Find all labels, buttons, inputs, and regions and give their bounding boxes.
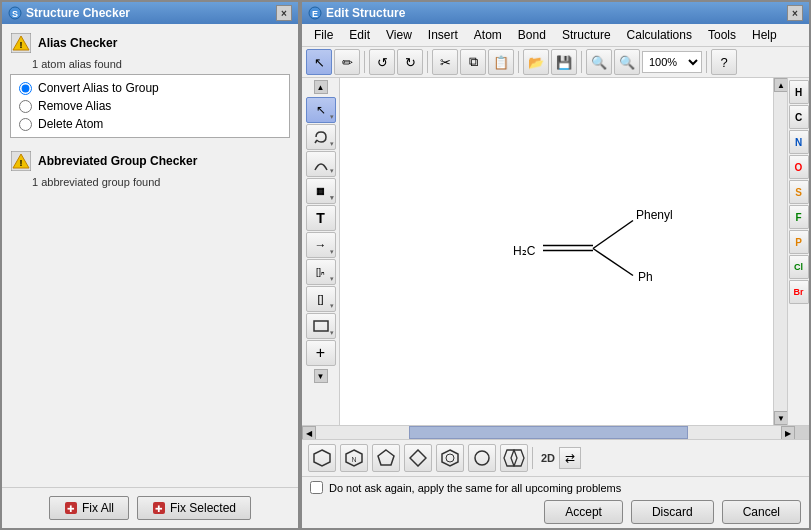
shape-pentagon[interactable] [372, 444, 400, 472]
left-lasso-tool[interactable]: ▾ [306, 124, 336, 150]
menu-calculations[interactable]: Calculations [619, 26, 700, 44]
select-tool-btn[interactable]: ↖ [306, 49, 332, 75]
scroll-right-btn[interactable]: ▶ [781, 426, 795, 440]
convert-alias-label[interactable]: Convert Alias to Group [38, 81, 159, 95]
scroll-h-track[interactable] [316, 426, 781, 439]
left-scroll-up[interactable]: ▲ [314, 80, 328, 94]
abbreviated-checker-count: 1 abbreviated group found [32, 176, 290, 188]
menu-view[interactable]: View [378, 26, 420, 44]
alias-checker-icon: ! [11, 33, 31, 53]
shape-naphthalene[interactable] [500, 444, 528, 472]
left-abbrev-tool[interactable]: ▦ ▾ [306, 178, 336, 204]
left-bond-tool[interactable]: ▾ [306, 151, 336, 177]
abbreviated-checker-section: ! Abbreviated Group Checker 1 abbreviate… [10, 150, 290, 188]
structure-checker-content: ! Alias Checker 1 atom alias found Conve… [2, 24, 298, 487]
menu-insert[interactable]: Insert [420, 26, 466, 44]
menu-tools[interactable]: Tools [700, 26, 744, 44]
open-btn[interactable]: 📂 [523, 49, 549, 75]
svg-line-17 [593, 220, 633, 248]
hexagon-n-icon: N [345, 449, 363, 467]
left-plus-tool[interactable]: + [306, 340, 336, 366]
element-H[interactable]: H [789, 80, 809, 104]
scroll-down-btn[interactable]: ▼ [774, 411, 788, 425]
fix-selected-button[interactable]: ✚ Fix Selected [137, 496, 251, 520]
svg-point-28 [446, 454, 454, 462]
naphthalene-icon [501, 449, 527, 467]
shape-hexagon[interactable] [308, 444, 336, 472]
option-convert-alias[interactable]: Convert Alias to Group [19, 81, 281, 95]
element-O[interactable]: O [789, 155, 809, 179]
shape-benzene[interactable] [436, 444, 464, 472]
canvas-area: H₂C Phenyl Ph [340, 78, 773, 425]
save-btn[interactable]: 💾 [551, 49, 577, 75]
left-rect-tool[interactable]: ▾ [306, 313, 336, 339]
do-not-ask-label[interactable]: Do not ask again, apply the same for all… [329, 482, 621, 494]
option-delete-atom[interactable]: Delete Atom [19, 117, 281, 131]
undo-btn[interactable]: ↺ [369, 49, 395, 75]
svg-text:E: E [312, 9, 318, 19]
paste-btn[interactable]: 📋 [488, 49, 514, 75]
element-Cl[interactable]: Cl [789, 255, 809, 279]
menu-help[interactable]: Help [744, 26, 785, 44]
svg-marker-22 [314, 450, 330, 466]
copy-btn[interactable]: ⧉ [460, 49, 486, 75]
alias-checker-title: Alias Checker [38, 36, 117, 50]
shape-circle[interactable] [468, 444, 496, 472]
hexagon-icon [313, 449, 331, 467]
main-drawing-area: ▲ ↖ ▾ ▾ ▾ ▦ ▾ T [302, 78, 809, 425]
zoom-in-btn[interactable]: 🔍 [586, 49, 612, 75]
cut-btn[interactable]: ✂ [432, 49, 458, 75]
scroll-track[interactable] [774, 92, 787, 411]
shape-hexagon-n[interactable]: N [340, 444, 368, 472]
left-arrow-tool[interactable]: → ▾ [306, 232, 336, 258]
scroll-up-btn[interactable]: ▲ [774, 78, 788, 92]
menu-edit[interactable]: Edit [341, 26, 378, 44]
fix-all-icon: ✚ [64, 501, 78, 515]
menu-structure[interactable]: Structure [554, 26, 619, 44]
shape-diamond[interactable] [404, 444, 432, 472]
discard-button[interactable]: Discard [631, 500, 714, 524]
alias-checker-options: Convert Alias to Group Remove Alias Dele… [10, 74, 290, 138]
zoom-select[interactable]: 100% 50% 200% [642, 51, 702, 73]
left-scroll-down[interactable]: ▼ [314, 369, 328, 383]
alias-checker-count: 1 atom alias found [32, 58, 290, 70]
do-not-ask-row: Do not ask again, apply the same for all… [310, 481, 801, 494]
left-text-tool[interactable]: T [306, 205, 336, 231]
element-P[interactable]: P [789, 230, 809, 254]
convert-alias-radio[interactable] [19, 82, 32, 95]
left-bracket-tool[interactable]: [] ▾ [306, 286, 336, 312]
element-F[interactable]: F [789, 205, 809, 229]
toolbar-sep3 [518, 51, 519, 73]
lasso-icon [313, 129, 329, 145]
accept-button[interactable]: Accept [544, 500, 623, 524]
zoom-out-btn[interactable]: 🔍 [614, 49, 640, 75]
help-btn[interactable]: ? [711, 49, 737, 75]
do-not-ask-checkbox[interactable] [310, 481, 323, 494]
left-select-tool[interactable]: ↖ ▾ [306, 97, 336, 123]
menu-file[interactable]: File [306, 26, 341, 44]
redo-btn[interactable]: ↻ [397, 49, 423, 75]
pencil-tool-btn[interactable]: ✏ [334, 49, 360, 75]
scroll-left-btn[interactable]: ◀ [302, 426, 316, 440]
remove-alias-label[interactable]: Remove Alias [38, 99, 111, 113]
delete-atom-radio[interactable] [19, 118, 32, 131]
cancel-button[interactable]: Cancel [722, 500, 801, 524]
toolbar-sep5 [706, 51, 707, 73]
option-remove-alias[interactable]: Remove Alias [19, 99, 281, 113]
menu-atom[interactable]: Atom [466, 26, 510, 44]
delete-atom-label[interactable]: Delete Atom [38, 117, 103, 131]
element-C[interactable]: C [789, 105, 809, 129]
element-Br[interactable]: Br [789, 280, 809, 304]
svg-text:N: N [351, 456, 356, 463]
menu-bond[interactable]: Bond [510, 26, 554, 44]
edit-structure-close[interactable]: × [787, 5, 803, 21]
element-N[interactable]: N [789, 130, 809, 154]
fix-all-button[interactable]: ✚ Fix All [49, 496, 129, 520]
left-repeat-tool[interactable]: []ₙ ▾ [306, 259, 336, 285]
remove-alias-radio[interactable] [19, 100, 32, 113]
mode-toggle-btn[interactable]: ⇄ [559, 447, 581, 469]
structure-checker-close[interactable]: × [276, 5, 292, 21]
element-S[interactable]: S [789, 180, 809, 204]
svg-text:Phenyl: Phenyl [636, 207, 673, 221]
structure-checker-panel: S Structure Checker × ! Alias Checker 1 … [0, 0, 300, 530]
